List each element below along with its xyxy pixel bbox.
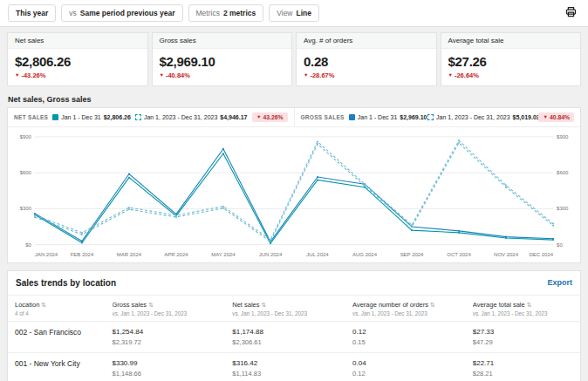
svg-text:$900: $900	[557, 134, 569, 139]
triangle-down-icon: ▼	[15, 73, 19, 78]
svg-text:AUG 2024: AUG 2024	[352, 252, 378, 257]
sort-icon: ⇅	[41, 302, 46, 308]
net-sales-current-legend-item[interactable]: Jan 1 - Dec 31 $2,806.26	[52, 114, 131, 120]
view-label: View	[277, 9, 292, 17]
analytics-toolbar: This year vs Same period previous year M…	[0, 0, 588, 27]
triangle-down-icon: ▼	[543, 115, 547, 120]
svg-text:JUL 2024: JUL 2024	[306, 252, 329, 257]
sort-icon: ⇅	[527, 302, 532, 308]
gross-sales-previous-legend-item[interactable]: Jan 1, 2023 - Dec 31, 2023 $5,019.03	[427, 114, 534, 120]
legend-period: Jan 1, 2023 - Dec 31, 2023	[436, 114, 509, 120]
sort-icon: ⇅	[148, 302, 154, 308]
net-sales-previous-swatch-icon	[135, 114, 141, 120]
compare-period-button[interactable]: vs Same period previous year	[61, 4, 182, 22]
cell-value: $1,174.88	[232, 328, 263, 336]
svg-text:$600: $600	[557, 170, 569, 175]
summary-card-gross-sales[interactable]: Gross sales $2,969.10 ▼ -40.84%	[152, 32, 293, 86]
column-header-location[interactable]: Location⇅ 4 of 4	[8, 296, 106, 322]
net-sales-cell: $316.42 $1,114.83	[225, 352, 345, 381]
line-chart[interactable]: $0$0$300$300$600$600$900$900JAN 2024FEB …	[8, 127, 580, 262]
column-label: Gross sales	[113, 301, 147, 309]
badge-value: 43.26%	[263, 114, 283, 120]
net-sales-previous-legend-item[interactable]: Jan 1, 2023 - Dec 31, 2023 $4,946.17	[135, 114, 248, 120]
print-button[interactable]	[561, 3, 580, 23]
card-delta: ▼ -40.84%	[160, 71, 285, 79]
gross-sales-current-swatch-icon	[349, 114, 355, 120]
card-label: Avg. # of orders	[297, 33, 436, 49]
export-button[interactable]: Export	[547, 278, 572, 287]
location-cell: 001 - New York City	[8, 352, 106, 381]
cell-previous-value: $28.21	[473, 370, 573, 378]
metrics-button[interactable]: Metrics 2 metrics	[188, 4, 264, 22]
cell-value: $316.42	[232, 359, 257, 367]
svg-text:$900: $900	[20, 134, 32, 139]
column-subtitle: vs. Jan 1, 2023 - Dec 31, 2023	[232, 310, 338, 316]
metrics-label: Metrics	[196, 9, 220, 17]
date-range-button[interactable]: This year	[8, 4, 56, 22]
summary-card-net-sales[interactable]: Net sales $2,806.26 ▼ -43.26%	[7, 32, 148, 86]
svg-text:SEP 2024: SEP 2024	[400, 252, 424, 257]
svg-text:NOV 2024: NOV 2024	[494, 252, 519, 257]
card-value: $27.26	[448, 54, 574, 69]
vs-label: vs	[69, 9, 77, 17]
location-cell: 002 - San Francisco	[8, 321, 106, 352]
svg-text:MAY 2024: MAY 2024	[211, 252, 236, 257]
compare-period-label: Same period previous year	[80, 9, 175, 17]
chart-section-title: Net sales, Gross sales	[8, 95, 580, 104]
svg-text:FEB 2024: FEB 2024	[71, 252, 94, 257]
column-header-gross-sales[interactable]: Gross sales⇅ vs. Jan 1, 2023 - Dec 31, 2…	[106, 296, 226, 322]
cell-value: $22.71	[473, 359, 494, 367]
legend-amount: $2,969.10	[400, 114, 427, 120]
cell-value: 0.12	[352, 328, 366, 336]
legend-period: Jan 1 - Dec 31	[358, 114, 398, 120]
summary-card-avg-total-sale[interactable]: Average total sale $27.26 ▼ -26.64%	[441, 32, 582, 86]
card-label: Average total sale	[441, 33, 581, 49]
view-button[interactable]: View Line	[269, 4, 319, 22]
column-header-net-sales[interactable]: Net sales⇅ vs. Jan 1, 2023 - Dec 31, 202…	[225, 296, 345, 322]
card-value: $2,969.10	[160, 54, 285, 69]
card-delta-value: -40.84%	[166, 71, 190, 79]
column-label: Average total sale	[473, 301, 525, 309]
svg-text:$300: $300	[20, 206, 32, 211]
card-delta-value: -26.64%	[455, 71, 479, 79]
gross-sales-previous-swatch-icon	[427, 114, 434, 120]
svg-text:JUN 2024: JUN 2024	[259, 252, 283, 257]
cell-previous-value: $47.29	[473, 338, 573, 346]
cell-previous-value: 0.12	[352, 370, 459, 378]
legend-title: GROSS SALES	[301, 114, 345, 120]
triangle-down-icon: ▼	[256, 115, 261, 120]
svg-text:$600: $600	[20, 170, 32, 175]
cell-value: $330.99	[113, 359, 138, 367]
gross-sales-current-legend-item[interactable]: Jan 1 - Dec 31 $2,969.10	[349, 114, 423, 120]
triangle-down-icon: ▼	[304, 73, 308, 78]
table-row: 001 - New York City $330.99 $1,148.66 $3…	[8, 352, 580, 381]
legend-amount: $5,019.03	[513, 114, 540, 120]
summary-card-avg-orders[interactable]: Avg. # of orders 0.28 ▼ -28.67%	[296, 32, 437, 86]
svg-text:$0: $0	[557, 242, 563, 248]
column-header-avg-total-sale[interactable]: Average total sale⇅ vs. Jan 1, 2023 - De…	[466, 296, 580, 322]
legend-period: Jan 1 - Dec 31	[61, 114, 101, 120]
column-label: Average number of orders	[352, 301, 428, 309]
summary-cards: Net sales $2,806.26 ▼ -43.26% Gross sale…	[7, 32, 581, 86]
avg-total-sale-cell: $27.33 $47.29	[466, 321, 580, 352]
view-value: Line	[297, 9, 311, 17]
card-value: 0.28	[304, 54, 429, 69]
card-delta: ▼ -43.26%	[15, 71, 140, 79]
net-sales-delta-badge: ▼ 43.26%	[252, 112, 288, 122]
column-header-avg-orders[interactable]: Average number of orders⇅ vs. Jan 1, 202…	[345, 296, 466, 322]
svg-text:DEC 2024: DEC 2024	[530, 252, 554, 257]
sort-icon: ⇅	[262, 302, 267, 308]
cell-previous-value: $1,114.83	[232, 370, 338, 378]
card-delta: ▼ -28.67%	[304, 71, 429, 79]
column-subtitle: vs. Jan 1, 2023 - Dec 31, 2023	[473, 310, 573, 316]
svg-text:OCT 2024: OCT 2024	[447, 252, 471, 257]
print-icon	[564, 5, 578, 21]
net-sales-current-swatch-icon	[52, 114, 58, 120]
date-range-label: This year	[16, 9, 48, 17]
table-header-row: Location⇅ 4 of 4 Gross sales⇅ vs. Jan 1,…	[8, 296, 580, 322]
cell-value: $1,254.84	[113, 328, 144, 336]
triangle-down-icon: ▼	[160, 73, 164, 78]
avg-orders-cell: 0.12 0.15	[345, 321, 466, 352]
gross-sales-delta-badge: ▼ 40.84%	[538, 112, 574, 122]
table-row: 002 - San Francisco $1,254.84 $2,319.72 …	[8, 321, 580, 352]
